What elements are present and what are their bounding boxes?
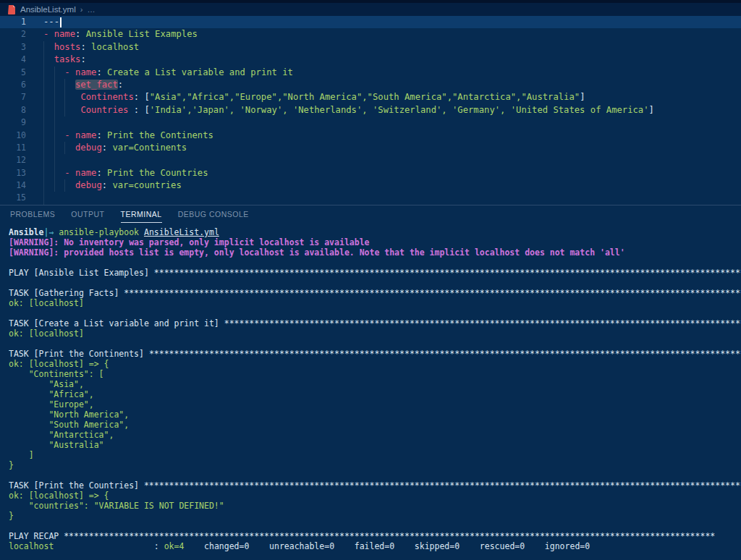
text-token: localhost: [9, 541, 54, 551]
indent-guide: [54, 130, 55, 142]
text-token: :: [96, 67, 107, 77]
editor-line[interactable]: 9: [0, 116, 741, 129]
code-line-content: Countries : ['India','Japan', 'Norway', …: [33, 104, 654, 116]
editor-line[interactable]: 8 Countries : ['India','Japan', 'Norway'…: [0, 104, 741, 116]
indent-guide: [43, 54, 44, 66]
editor-line[interactable]: 15: [0, 192, 741, 204]
panel-tabs: PROBLEMSOUTPUTTERMINALDEBUG CONSOLE: [0, 205, 741, 223]
editor-line[interactable]: 6 set_fact:: [0, 79, 741, 91]
text-token: :: [96, 130, 107, 140]
line-number: 6: [0, 79, 33, 91]
editor-line[interactable]: 11 debug: var=Continents: [0, 142, 741, 154]
text-token: :: [102, 180, 113, 190]
terminal-line: [WARNING]: provided hosts list is empty,…: [9, 247, 741, 258]
text-token: localhost: [91, 42, 139, 52]
indent-guide: [54, 67, 55, 79]
breadcrumb-symbol-ellipsis[interactable]: …: [87, 5, 95, 14]
editor-line[interactable]: 2- name: Ansible List Examples: [0, 28, 741, 41]
code-editor[interactable]: 1---2- name: Ansible List Examples3 host…: [0, 16, 741, 205]
text-token: Print the Countries: [107, 168, 208, 178]
terminal-line: }: [9, 511, 741, 521]
bottom-panel: PROBLEMSOUTPUTTERMINALDEBUG CONSOLE Ansi…: [0, 205, 741, 560]
editor-line[interactable]: 1---: [0, 16, 741, 28]
text-token: ---: [43, 17, 59, 27]
line-number: 5: [0, 67, 33, 79]
indent-guide: [54, 104, 55, 116]
text-token: -: [64, 130, 75, 140]
editor-line[interactable]: 14 debug: var=countries: [0, 179, 741, 192]
terminal-line: "Africa",: [9, 389, 741, 399]
editor-line[interactable]: 3 hosts: localhost: [0, 41, 741, 54]
text-token: ok: [localhost] => {: [9, 359, 109, 369]
terminal-line: TASK [Create a List variable and print i…: [9, 318, 741, 328]
text-token: }: [9, 511, 14, 521]
text-token: Ansible List Examples: [86, 29, 198, 39]
panel-tab-terminal[interactable]: TERMINAL: [121, 205, 162, 223]
indent-guide: [64, 91, 65, 103]
terminal-line: "Antarctica",: [9, 430, 741, 440]
indent-guide: [54, 79, 55, 91]
text-token: var=Continents: [112, 143, 187, 153]
breadcrumb[interactable]: AnsibleList.yml › …: [0, 3, 741, 16]
text-token: :: [80, 42, 91, 52]
code-line-content: ---: [33, 16, 62, 28]
text-token: PLAY RECAP: [9, 531, 64, 541]
text-token: [: [144, 105, 149, 115]
text-token: :: [118, 80, 123, 90]
text-token: AnsibleList.yml: [144, 227, 219, 237]
text-token: "North America",: [9, 410, 129, 420]
indent-guide: [54, 142, 55, 154]
indent-guide: [54, 116, 55, 129]
panel-tab-output[interactable]: OUTPUT: [71, 205, 104, 223]
terminal-line: TASK [Print the Continents] ************…: [9, 349, 741, 359]
editor-line[interactable]: 7 Continents: ["Asia","Africa","Europe",…: [0, 91, 741, 103]
terminal-line: ok: [localhost] => {: [9, 359, 741, 369]
text-token: Countries: [80, 105, 128, 115]
editor-line[interactable]: 10 - name: Print the Continents: [0, 130, 741, 142]
terminal-line: "North America",: [9, 410, 741, 420]
terminal-line: [9, 278, 741, 288]
editor-line[interactable]: 13 - name: Print the Countries: [0, 167, 741, 179]
text-token: changed=0 unreachable=0 failed=0 skipped…: [184, 541, 590, 551]
indent-guide: [64, 79, 65, 91]
editor-line[interactable]: 5 - name: Create a List variable and pri…: [0, 67, 741, 79]
terminal[interactable]: Ansible|⇒ ansible-playbook AnsibleList.y…: [0, 223, 741, 560]
text-token: ****************************************…: [144, 480, 741, 491]
terminal-line: [9, 258, 741, 268]
text-token: debug: [75, 180, 102, 190]
text-token: :: [75, 29, 86, 39]
indent-guide: [64, 104, 65, 116]
panel-tab-debug-console[interactable]: DEBUG CONSOLE: [178, 205, 249, 223]
text-token: ]: [9, 450, 34, 460]
breadcrumb-file[interactable]: AnsibleList.yml: [20, 5, 76, 14]
code-line-content: - name: Create a List variable and print…: [33, 67, 293, 79]
panel-tab-problems[interactable]: PROBLEMS: [10, 205, 55, 223]
text-token: debug: [75, 143, 102, 153]
text-token: 'India','Japan', 'Norway', 'Netherlands'…: [150, 105, 649, 115]
text-token: Continents: [80, 92, 133, 102]
editor-line[interactable]: 12: [0, 154, 741, 166]
line-number: 10: [0, 130, 33, 142]
line-number: 1: [0, 16, 33, 28]
indent-guide: [54, 91, 55, 103]
line-number: 2: [0, 28, 33, 41]
text-token: name: [54, 29, 75, 39]
text-token: "countries": "VARIABLE IS NOT DEFINED!": [9, 501, 224, 511]
text-token: ok: [localhost]: [9, 298, 84, 308]
text-token: ansible-playbook: [59, 227, 144, 237]
editor-line[interactable]: 4 tasks:: [0, 54, 741, 66]
text-token: :: [54, 541, 164, 551]
code-line-content: Continents: ["Asia","Africa","Europe","N…: [33, 91, 585, 103]
indent-guide: [43, 179, 44, 192]
text-token: "Europe",: [9, 399, 94, 410]
text-token: :: [134, 92, 145, 102]
code-line-content: hosts: localhost: [33, 41, 139, 54]
text-token: ****************************************…: [149, 349, 741, 359]
terminal-line: TASK [Print the Countries] *************…: [9, 480, 741, 491]
text-token: ok: [localhost] => {: [9, 491, 109, 501]
code-line-content: tasks:: [33, 54, 86, 66]
terminal-line: Ansible|⇒ ansible-playbook AnsibleList.y…: [9, 227, 741, 237]
text-token: Create a List variable and print it: [107, 67, 293, 77]
text-token: [43, 143, 75, 153]
indent-guide: [43, 130, 44, 142]
